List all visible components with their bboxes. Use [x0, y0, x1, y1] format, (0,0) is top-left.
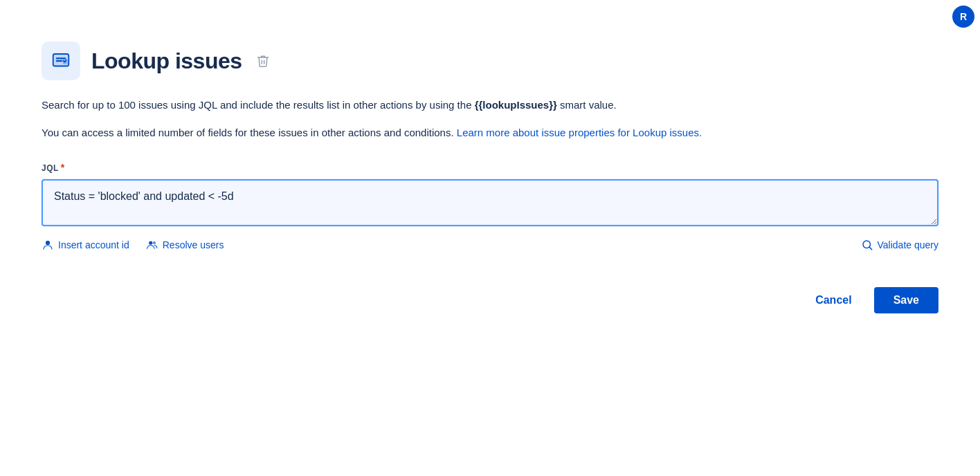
cancel-button[interactable]: Cancel — [801, 287, 865, 313]
page-container: R Lookup issues Search for up to 100 iss… — [0, 0, 980, 476]
insert-account-id-link[interactable]: Insert account id — [42, 238, 129, 253]
save-button[interactable]: Save — [874, 287, 938, 313]
desc-suffix2: smart value. — [560, 99, 617, 111]
search-icon — [861, 239, 873, 251]
svg-point-5 — [149, 241, 152, 244]
svg-point-4 — [46, 241, 50, 245]
jql-label-text: JQL — [42, 162, 59, 174]
svg-line-8 — [869, 247, 871, 249]
smart-value: {{lookupIssues}} — [475, 99, 557, 111]
learn-more-link[interactable]: Learn more about issue properties for Lo… — [457, 127, 702, 138]
desc-line2-prefix: You can access a limited number of field… — [42, 127, 454, 138]
required-star: * — [61, 161, 65, 175]
svg-point-6 — [152, 241, 156, 245]
header-row: Lookup issues — [42, 42, 938, 80]
delete-icon[interactable] — [256, 54, 270, 68]
resolve-users-label: Resolve users — [163, 238, 224, 253]
desc-prefix: Search for up to 100 issues using JQL an… — [42, 99, 471, 111]
insert-account-id-label: Insert account id — [58, 238, 129, 253]
account-icon — [42, 239, 54, 251]
jql-label-row: JQL * — [42, 161, 938, 175]
lookup-issues-icon-box — [42, 42, 80, 80]
users-icon — [146, 239, 158, 251]
validate-query-label: Validate query — [878, 238, 938, 253]
description-line1: Search for up to 100 issues using JQL an… — [42, 97, 803, 113]
corner-initial: R — [952, 6, 974, 28]
lookup-issues-icon — [51, 51, 71, 71]
validate-query-link[interactable]: Validate query — [861, 238, 938, 253]
jql-input[interactable] — [42, 179, 938, 226]
page-title: Lookup issues — [91, 44, 242, 77]
actions-row: Insert account id Resolve users Validate… — [42, 238, 938, 253]
description-line2: You can access a limited number of field… — [42, 125, 803, 141]
resolve-users-link[interactable]: Resolve users — [146, 238, 224, 253]
footer-row: Cancel Save — [42, 287, 938, 313]
